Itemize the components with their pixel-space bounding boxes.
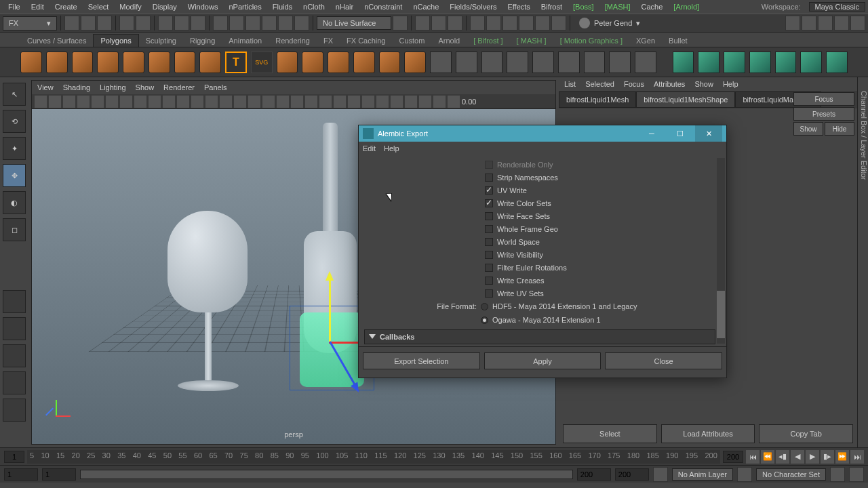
ae-show-button[interactable]: Show: [793, 122, 823, 136]
render-icon[interactable]: [502, 16, 517, 30]
menu-effects[interactable]: Effects: [502, 3, 535, 11]
vp-panels[interactable]: Panels: [204, 83, 227, 92]
layout-single-icon[interactable]: [3, 344, 26, 367]
vp-renderer[interactable]: Renderer: [163, 83, 195, 92]
scrollbar-thumb[interactable]: [717, 291, 725, 338]
go-end-icon[interactable]: ⏭: [850, 450, 864, 464]
vp-icon[interactable]: [120, 96, 132, 108]
menu-boss[interactable]: [Boss]: [568, 3, 599, 11]
checkbox-write-uv-sets[interactable]: [485, 289, 493, 298]
magnet-icon[interactable]: [393, 16, 408, 30]
vp-icon[interactable]: [334, 96, 346, 108]
play-back-icon[interactable]: ◀: [791, 450, 804, 464]
render-icon[interactable]: [470, 16, 485, 30]
menu-file[interactable]: File: [3, 3, 26, 11]
menu-mash[interactable]: [MASH]: [599, 3, 636, 11]
layout-four-icon[interactable]: [3, 317, 26, 340]
menu-nhair[interactable]: nHair: [330, 3, 359, 11]
ae-hide-button[interactable]: Hide: [825, 122, 854, 136]
menu-bifrost[interactable]: Bifrost: [536, 3, 568, 11]
ae-presets-button[interactable]: Presets: [793, 107, 854, 121]
radio-ogawa[interactable]: [481, 317, 488, 324]
checkbox-renderable-only[interactable]: [485, 161, 493, 169]
ae-copytab-button[interactable]: Copy Tab: [759, 424, 853, 443]
panel-toggle-icon[interactable]: [850, 16, 865, 30]
shelf-tab-sculpting[interactable]: Sculpting: [139, 35, 183, 47]
ae-selected[interactable]: Selected: [585, 80, 614, 88]
vp-exposure-field[interactable]: 0.00: [462, 98, 476, 106]
shelf-tab-mash[interactable]: [ MASH ]: [510, 35, 553, 47]
poly-cone-icon[interactable]: [97, 52, 119, 73]
character-set-combo[interactable]: No Character Set: [756, 468, 826, 481]
ae-tab[interactable]: bifrostLiquid1Mesh: [559, 92, 636, 108]
menu-ncache[interactable]: nCache: [408, 3, 444, 11]
create-poly-icon[interactable]: [775, 52, 797, 73]
close-icon[interactable]: ✕: [695, 125, 722, 142]
poly-torus-icon[interactable]: [149, 52, 170, 73]
shelf-tab-arnold[interactable]: Arnold: [431, 35, 467, 47]
shelf-tab-polygons[interactable]: Polygons: [93, 34, 138, 47]
construction-icon[interactable]: [431, 16, 446, 30]
ae-attributes[interactable]: Attributes: [654, 80, 685, 88]
vp-icon[interactable]: [191, 96, 203, 108]
step-fwd-icon[interactable]: ⏩: [835, 450, 849, 464]
poly-cylinder-icon[interactable]: [72, 52, 94, 73]
vp-icon[interactable]: [77, 96, 90, 108]
vp-icon[interactable]: [234, 96, 246, 108]
checkbox-filter-euler-rotations[interactable]: [485, 264, 493, 272]
combine-icon[interactable]: [430, 52, 452, 73]
prefs-icon[interactable]: [849, 467, 864, 482]
vp-icon[interactable]: [49, 96, 61, 108]
snap-icon[interactable]: [245, 16, 260, 30]
layout-outliner-icon[interactable]: [3, 371, 26, 394]
checkbox-write-visibility[interactable]: [485, 251, 493, 259]
shelf-tab-bifrost[interactable]: [ Bifrost ]: [467, 35, 509, 47]
panel-toggle-icon[interactable]: [818, 16, 833, 30]
bool-union-icon[interactable]: [673, 52, 694, 73]
time-end-field[interactable]: [723, 451, 743, 463]
snap-icon[interactable]: [213, 16, 228, 30]
poly-svg-icon[interactable]: SVG: [251, 52, 273, 73]
ae-help[interactable]: Help: [723, 80, 738, 88]
menu-nparticles[interactable]: nParticles: [223, 3, 267, 11]
next-key-icon[interactable]: ▮▸: [821, 450, 834, 464]
layout-persp-icon[interactable]: [3, 399, 26, 422]
undo-icon[interactable]: [119, 16, 134, 30]
ae-show[interactable]: Show: [694, 80, 713, 88]
step-back-icon[interactable]: ⏪: [761, 450, 774, 464]
bridge-icon[interactable]: [507, 52, 528, 73]
extrude-icon[interactable]: [481, 52, 503, 73]
checkbox-write-color-sets[interactable]: [485, 199, 493, 207]
loop-icon[interactable]: [653, 467, 668, 482]
close-button[interactable]: Close: [605, 352, 722, 369]
vp-icon[interactable]: [134, 96, 146, 108]
save-scene-icon[interactable]: [97, 16, 112, 30]
vp-icon[interactable]: [433, 96, 446, 108]
vp-icon[interactable]: [405, 96, 417, 108]
time-start-field[interactable]: [4, 451, 24, 463]
vp-icon[interactable]: [205, 96, 218, 108]
menu-create[interactable]: Create: [50, 3, 83, 11]
panel-toggle-icon[interactable]: [785, 16, 800, 30]
checkbox-world-space[interactable]: [485, 238, 493, 246]
redo-icon[interactable]: [136, 16, 151, 30]
poly-platonic-icon[interactable]: [277, 52, 298, 73]
dialog-titlebar[interactable]: Alembic Export ─ ☐ ✕: [359, 125, 726, 142]
vp-icon[interactable]: [220, 96, 232, 108]
construction-icon[interactable]: [415, 16, 430, 30]
module-selector[interactable]: FX▾: [3, 16, 57, 30]
vp-icon[interactable]: [177, 96, 189, 108]
vp-icon[interactable]: [391, 96, 403, 108]
shelf-tab-bullet[interactable]: Bullet: [662, 35, 694, 47]
vp-icon[interactable]: [362, 96, 374, 108]
vp-icon[interactable]: [348, 96, 360, 108]
snap-icon[interactable]: [262, 16, 277, 30]
autokey-icon[interactable]: [830, 467, 845, 482]
vp-icon[interactable]: [419, 96, 431, 108]
checkbox-whole-frame-geo[interactable]: [485, 225, 493, 233]
crease-icon[interactable]: [826, 52, 848, 73]
vp-icon[interactable]: [277, 96, 289, 108]
ae-focus[interactable]: Focus: [624, 80, 644, 88]
shelf-tab-fxcaching[interactable]: FX Caching: [340, 35, 392, 47]
go-start-icon[interactable]: ⏮: [746, 450, 760, 464]
